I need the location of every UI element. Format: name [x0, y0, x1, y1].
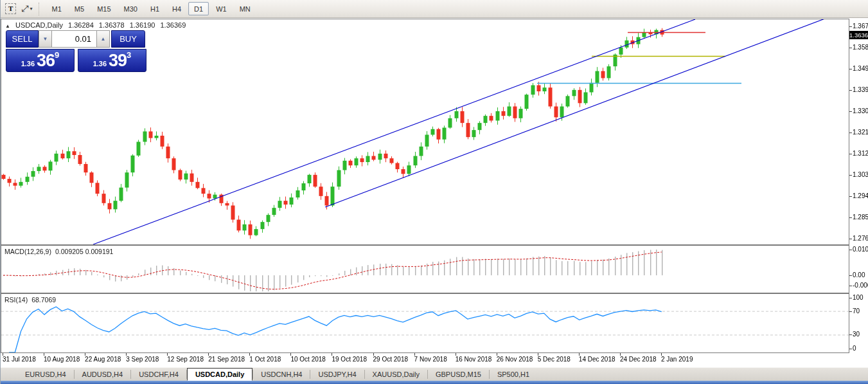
text-tool-button[interactable]: T — [3, 2, 18, 16]
rsi-indicator-label: RSI(14)68.7069 — [4, 296, 60, 304]
date-axis-tick — [44, 353, 44, 356]
date-axis-label: 19 Oct 2018 — [332, 356, 366, 363]
symbol-title: USDCAD,Daily — [15, 21, 63, 29]
macd-name: MACD(12,26,9) — [4, 248, 51, 255]
date-axis-label: 7 Nov 2018 — [414, 356, 447, 363]
date-axis-label: 12 Sep 2018 — [167, 356, 204, 363]
price-axis-tick — [849, 111, 852, 112]
timeframe-button-h4[interactable]: H4 — [166, 2, 187, 15]
price-axis-tick — [849, 48, 852, 48]
text-tool-icon: T — [5, 3, 16, 14]
buy-price-box[interactable]: 1.36 39 3 — [78, 49, 146, 72]
date-axis-label: 3 Sep 2018 — [126, 356, 159, 363]
timeframe-button-w1[interactable]: W1 — [210, 2, 233, 15]
date-axis-tick — [290, 353, 291, 356]
price-axis-tick — [849, 133, 852, 133]
chart-tab-bar: EURUSD,H4AUDUSD,H4USDCHF,H4USDCAD,DailyU… — [1, 367, 868, 381]
price-axis-tick — [849, 26, 852, 27]
arrows-tool-button[interactable]: ⤢ ▾ — [19, 2, 34, 16]
chevron-down-icon: ▾ — [30, 6, 33, 12]
price-axis-tick — [849, 154, 852, 154]
tab-usdcad-daily[interactable]: USDCAD,Daily — [187, 368, 252, 381]
indicator-axis-tick — [849, 250, 852, 250]
top-toolbar: T ⤢ ▾ M1M5M15M30H1H4D1W1MN — [1, 0, 868, 18]
date-axis-label: 2 Jan 2019 — [661, 356, 693, 363]
indicator-axis-label: 0 — [853, 345, 856, 352]
price-axis-tick — [849, 69, 852, 69]
tab-sp500-h1[interactable]: SP500,H1 — [490, 368, 537, 381]
timeframe-button-h1[interactable]: H1 — [145, 2, 165, 15]
buy-price-big: 39 — [109, 52, 127, 69]
date-axis-label: 16 Nov 2018 — [456, 356, 492, 363]
tab-xauusd-daily[interactable]: XAUUSD,Daily — [365, 368, 427, 381]
one-click-trade-panel: SELL ▼ ▲ BUY 1.36 36 9 1.36 39 3 — [6, 30, 146, 72]
arrows-tool-icon: ⤢ — [21, 3, 28, 14]
timeframe-button-m5[interactable]: M5 — [69, 2, 90, 15]
date-axis-tick — [579, 353, 580, 356]
timeframe-button-d1[interactable]: D1 — [188, 2, 209, 15]
buy-button[interactable]: BUY — [111, 30, 145, 48]
date-axis-tick — [208, 353, 209, 356]
price-axis-label: 1.35815 — [853, 44, 868, 51]
rsi-value: 68.7069 — [31, 296, 56, 304]
macd-values: 0.009205 0.009191 — [55, 248, 114, 255]
ohlc-high: 1.36378 — [99, 21, 125, 29]
date-axis-label: 1 Oct 2018 — [249, 356, 281, 363]
tab-eurusd-h4[interactable]: EURUSD,H4 — [17, 368, 74, 381]
lot-decrease-button[interactable]: ▼ — [39, 30, 52, 48]
indicator-axis-label: 30 — [853, 331, 860, 338]
lot-size-input[interactable] — [52, 30, 96, 48]
date-axis-tick — [456, 353, 456, 356]
timeframe-button-m30[interactable]: M30 — [118, 2, 143, 15]
date-axis-tick — [85, 353, 85, 356]
timeframe-button-m1[interactable]: M1 — [46, 2, 67, 15]
timeframe-button-mn[interactable]: MN — [234, 2, 256, 15]
collapse-triangle-icon[interactable]: ▲ — [5, 23, 10, 29]
date-axis-label: 5 Dec 2018 — [538, 356, 571, 363]
sell-price-prefix: 1.36 — [21, 60, 35, 68]
ohlc-low: 1.36190 — [130, 21, 155, 29]
date-axis-label: 24 Dec 2018 — [620, 356, 657, 363]
price-axis-label: 1.32190 — [853, 129, 868, 136]
timeframe-button-m15[interactable]: M15 — [91, 2, 116, 15]
tab-usdjpy-h4[interactable]: USDJPY,H4 — [310, 368, 364, 381]
tab-usdchf-h4[interactable]: USDCHF,H4 — [131, 368, 186, 381]
date-axis-tick — [249, 353, 250, 356]
indicator-axis-label: 0.010474 — [853, 246, 868, 253]
date-axis-tick — [126, 353, 127, 356]
indicator-axis-tick — [849, 275, 852, 276]
toolbar-separator — [39, 3, 42, 15]
tab-audusd-h4[interactable]: AUDUSD,H4 — [75, 368, 131, 381]
price-axis-label: 1.29465 — [853, 192, 868, 199]
date-axis-label: 10 Aug 2018 — [44, 356, 80, 363]
current-price-badge: 1.36369 — [849, 31, 868, 39]
sell-price-pip: 9 — [55, 50, 59, 60]
price-axis-tick — [849, 217, 852, 218]
indicator-axis-tick — [849, 286, 852, 286]
indicator-axis-tick — [849, 311, 852, 312]
buy-price-prefix: 1.36 — [93, 60, 107, 68]
date-axis-tick — [3, 353, 3, 356]
date-axis-tick — [373, 353, 374, 356]
tab-usdcnh-h4[interactable]: USDCNH,H4 — [253, 368, 310, 381]
sell-price-box[interactable]: 1.36 36 9 — [6, 49, 75, 72]
lot-increase-button[interactable]: ▲ — [96, 30, 110, 48]
price-axis-label: 1.28565 — [853, 214, 868, 221]
date-axis-tick — [332, 353, 332, 356]
sell-price-big: 36 — [37, 52, 55, 69]
ohlc-open: 1.36284 — [68, 21, 94, 29]
trading-platform-window: T ⤢ ▾ M1M5M15M30H1H4D1W1MN ▲ USDCAD,Dail… — [0, 0, 868, 384]
date-axis-tick — [620, 353, 621, 356]
price-axis-tick — [849, 196, 852, 197]
timeframe-button-group: M1M5M15M30H1H4D1W1MN — [46, 2, 257, 15]
indicator-axis-label: 0.00 — [853, 271, 865, 279]
date-axis-label: 14 Dec 2018 — [579, 356, 616, 363]
price-axis-label: 1.34915 — [853, 65, 868, 72]
date-axis-tick — [538, 353, 538, 356]
date-axis-tick — [414, 353, 415, 356]
chart-symbol-header: ▲ USDCAD,Daily 1.36284 1.36378 1.36190 1… — [5, 21, 189, 29]
buy-price-pip: 3 — [127, 50, 131, 60]
sell-button[interactable]: SELL — [6, 30, 39, 48]
tab-gbpusd-m15[interactable]: GBPUSD,M15 — [428, 368, 489, 381]
date-axis-label: 10 Oct 2018 — [290, 356, 325, 363]
